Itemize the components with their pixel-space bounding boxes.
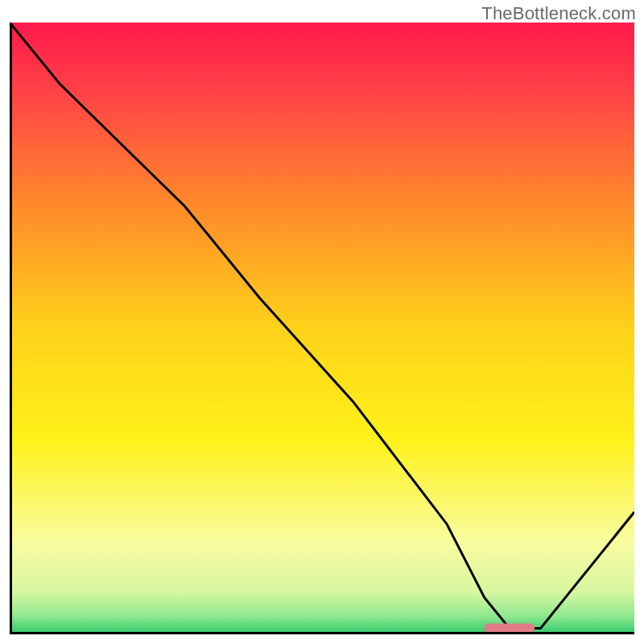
watermark-text: TheBottleneck.com <box>481 3 636 24</box>
axes-frame <box>10 23 634 634</box>
